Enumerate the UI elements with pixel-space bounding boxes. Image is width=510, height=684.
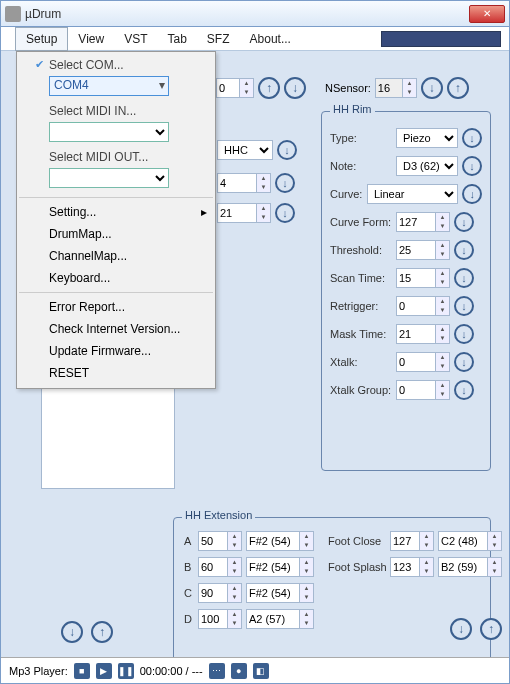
open-icon[interactable]: ⋯: [209, 663, 225, 679]
ext-b-spin1[interactable]: ▲▼: [228, 557, 242, 577]
footclose-spin1[interactable]: ▲▼: [420, 531, 434, 551]
bottom-down[interactable]: ↓: [61, 621, 83, 643]
ext-c-val[interactable]: [198, 583, 228, 603]
play-icon[interactable]: ▶: [96, 663, 112, 679]
ext-d-spin1[interactable]: ▲▼: [228, 609, 242, 629]
ext-d-val[interactable]: [198, 609, 228, 629]
header-down-1[interactable]: ↓: [284, 77, 306, 99]
close-button[interactable]: ✕: [469, 5, 505, 23]
menu-reset[interactable]: RESET: [17, 362, 215, 384]
stop-icon[interactable]: ■: [74, 663, 90, 679]
ext-a-note[interactable]: [246, 531, 300, 551]
menu-drummap[interactable]: DrumMap...: [17, 223, 215, 245]
menu-vst[interactable]: VST: [114, 28, 157, 50]
nsensor-up[interactable]: ↑: [447, 77, 469, 99]
menu-setting[interactable]: Setting...▸: [17, 201, 215, 223]
ext-d-label: D: [184, 613, 198, 625]
pause-icon[interactable]: ❚❚: [118, 663, 134, 679]
ext-c-spin2[interactable]: ▲▼: [300, 583, 314, 603]
nsensor-spin[interactable]: ▲▼: [403, 78, 417, 98]
curveform-spin[interactable]: ▲▼: [436, 212, 450, 232]
menu-sfz[interactable]: SFZ: [197, 28, 240, 50]
curveform-label: Curve Form:: [330, 216, 396, 228]
ext-c-note[interactable]: [246, 583, 300, 603]
type-select[interactable]: Piezo: [396, 128, 458, 148]
bottom-up[interactable]: ↑: [91, 621, 113, 643]
footsplash-spin2[interactable]: ▲▼: [488, 557, 502, 577]
bg-combo-hhc[interactable]: HHC: [217, 140, 273, 160]
menu-keyboard[interactable]: Keyboard...: [17, 267, 215, 289]
threshold-spin[interactable]: ▲▼: [436, 240, 450, 260]
curve-select[interactable]: Linear: [367, 184, 459, 204]
note-label: Note:: [330, 160, 396, 172]
bg-val21[interactable]: [217, 203, 257, 223]
ext-d-spin2[interactable]: ▲▼: [300, 609, 314, 629]
rec-icon[interactable]: ●: [231, 663, 247, 679]
bg-down-2[interactable]: ↓: [275, 173, 295, 193]
com-combo[interactable]: COM4: [49, 76, 169, 96]
masktime-down[interactable]: ↓: [454, 324, 474, 344]
threshold-down[interactable]: ↓: [454, 240, 474, 260]
scantime-down[interactable]: ↓: [454, 268, 474, 288]
footclose-val[interactable]: [390, 531, 420, 551]
ext-up[interactable]: ↑: [480, 618, 502, 640]
midiout-combo[interactable]: [49, 168, 169, 188]
retrigger-spin[interactable]: ▲▼: [436, 296, 450, 316]
footsplash-spin1[interactable]: ▲▼: [420, 557, 434, 577]
nsensor-down[interactable]: ↓: [421, 77, 443, 99]
curve-label: Curve:: [330, 188, 367, 200]
menu-channelmap[interactable]: ChannelMap...: [17, 245, 215, 267]
bg-val4-spin[interactable]: ▲▼: [257, 173, 271, 193]
ext-b-note[interactable]: [246, 557, 300, 577]
menu-check-version[interactable]: Check Internet Version...: [17, 318, 215, 340]
menu-about[interactable]: About...: [240, 28, 301, 50]
bg-down-3[interactable]: ↓: [275, 203, 295, 223]
footclose-spin2[interactable]: ▲▼: [488, 531, 502, 551]
nsensor-value[interactable]: [375, 78, 403, 98]
ext-d-note[interactable]: [246, 609, 300, 629]
bg-val4[interactable]: [217, 173, 257, 193]
ext-a-label: A: [184, 535, 198, 547]
footsplash-val[interactable]: [390, 557, 420, 577]
footclose-note[interactable]: [438, 531, 488, 551]
menu-update-firmware[interactable]: Update Firmware...: [17, 340, 215, 362]
midiin-combo[interactable]: [49, 122, 169, 142]
header-val0-spin[interactable]: ▲▼: [240, 78, 254, 98]
menu-tab[interactable]: Tab: [158, 28, 197, 50]
ext-b-val[interactable]: [198, 557, 228, 577]
bg-down-1[interactable]: ↓: [277, 140, 297, 160]
curve-down[interactable]: ↓: [462, 184, 482, 204]
menu-setup[interactable]: Setup: [15, 27, 68, 51]
xtalk-down[interactable]: ↓: [454, 352, 474, 372]
ext-down[interactable]: ↓: [450, 618, 472, 640]
ext-a-spin2[interactable]: ▲▼: [300, 531, 314, 551]
scantime-spin[interactable]: ▲▼: [436, 268, 450, 288]
bg-val21-spin[interactable]: ▲▼: [257, 203, 271, 223]
retrigger-input[interactable]: [396, 296, 436, 316]
curveform-down[interactable]: ↓: [454, 212, 474, 232]
xtalkgroup-down[interactable]: ↓: [454, 380, 474, 400]
ext-b-spin2[interactable]: ▲▼: [300, 557, 314, 577]
scantime-input[interactable]: [396, 268, 436, 288]
footsplash-note[interactable]: [438, 557, 488, 577]
curveform-input[interactable]: [396, 212, 436, 232]
ext-a-spin1[interactable]: ▲▼: [228, 531, 242, 551]
note-down[interactable]: ↓: [462, 156, 482, 176]
retrigger-down[interactable]: ↓: [454, 296, 474, 316]
ext-a-val[interactable]: [198, 531, 228, 551]
type-down[interactable]: ↓: [462, 128, 482, 148]
masktime-spin[interactable]: ▲▼: [436, 324, 450, 344]
eq-icon[interactable]: ◧: [253, 663, 269, 679]
xtalk-input[interactable]: [396, 352, 436, 372]
xtalk-spin[interactable]: ▲▼: [436, 352, 450, 372]
threshold-input[interactable]: [396, 240, 436, 260]
header-up-1[interactable]: ↑: [258, 77, 280, 99]
xtalkgroup-spin[interactable]: ▲▼: [436, 380, 450, 400]
masktime-input[interactable]: [396, 324, 436, 344]
note-select[interactable]: D3 (62): [396, 156, 458, 176]
xtalkgroup-input[interactable]: [396, 380, 436, 400]
menu-error-report[interactable]: Error Report...: [17, 296, 215, 318]
menu-view[interactable]: View: [68, 28, 114, 50]
ext-c-spin1[interactable]: ▲▼: [228, 583, 242, 603]
header-val0[interactable]: [216, 78, 240, 98]
